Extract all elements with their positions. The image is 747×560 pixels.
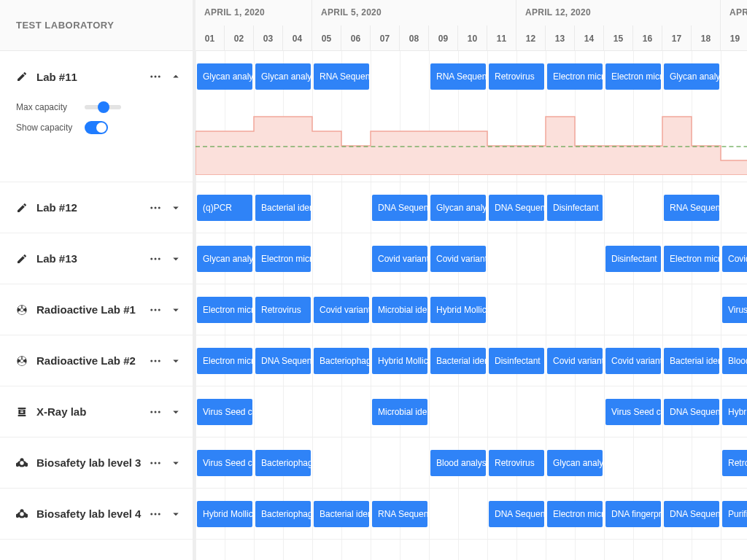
event[interactable]: RNA Sequencing — [372, 501, 427, 527]
event[interactable]: Glycan analysis — [255, 63, 311, 90]
month-header: APRIL 5, 2020 — [312, 0, 516, 26]
event[interactable]: Virus — [722, 297, 747, 323]
event[interactable]: Glycan analysis — [197, 246, 252, 272]
more-icon[interactable] — [149, 303, 162, 316]
event[interactable]: Bacteriophage — [314, 348, 369, 374]
event[interactable]: Disinfectant — [547, 195, 603, 221]
day-header: 09 — [429, 26, 458, 51]
chevron-down-icon[interactable] — [169, 252, 182, 265]
event[interactable]: Glycan analysis — [197, 63, 252, 90]
day-header: 18 — [692, 26, 721, 51]
event[interactable]: Electron microscopy — [197, 348, 252, 374]
lab-row: Lab #11Max capacityShow capacity — [0, 51, 193, 182]
day-header: 15 — [604, 26, 633, 51]
event[interactable]: Virus Seed culture — [605, 399, 661, 425]
show-capacity-toggle[interactable] — [85, 121, 108, 134]
max-capacity-slider[interactable] — [85, 105, 121, 109]
event[interactable]: RNA Sequencing — [314, 63, 369, 90]
more-icon[interactable] — [149, 70, 162, 83]
event[interactable]: Bacterial identification — [255, 195, 311, 221]
event[interactable]: Electron microscopy — [605, 63, 661, 90]
chevron-down-icon[interactable] — [169, 405, 182, 419]
event[interactable]: Covid — [722, 246, 747, 272]
chevron-up-icon[interactable] — [169, 70, 182, 83]
sidebar-title: TEST LABORATORY — [0, 0, 193, 51]
threshold-line — [196, 146, 747, 147]
event[interactable]: Disinfectant — [489, 348, 544, 374]
event[interactable]: Electron microscopy — [547, 501, 603, 527]
event[interactable]: DNA Sequencing — [664, 501, 719, 527]
timeline-row: Virus Seed cultureBacteriophageBlood ana… — [196, 438, 747, 489]
event[interactable]: DNA fingerprint — [605, 501, 661, 527]
event[interactable]: Disinfectant — [605, 246, 661, 272]
event[interactable]: Hybrid — [722, 399, 747, 425]
month-header: APRIL 19, 2020 — [721, 0, 747, 26]
event[interactable]: Electron microscopy — [197, 297, 252, 323]
day-header: 08 — [400, 26, 429, 51]
lab-name: X-Ray lab — [36, 405, 149, 418]
event[interactable]: DNA Sequencing — [664, 399, 719, 425]
more-icon[interactable] — [149, 354, 162, 368]
event[interactable]: Covid variant — [605, 348, 661, 374]
event[interactable]: Retrovirus — [489, 450, 544, 476]
event[interactable]: Bacteriophage — [255, 450, 311, 476]
event[interactable]: Purification — [722, 501, 747, 527]
radioactive-icon — [16, 355, 28, 367]
event[interactable]: Blood analysis — [430, 450, 486, 476]
chevron-down-icon[interactable] — [169, 354, 182, 368]
lab-row: Lab #12 — [0, 182, 193, 233]
event[interactable]: Microbial identification — [372, 297, 427, 323]
more-icon[interactable] — [149, 252, 162, 265]
event[interactable]: DNA Sequencing — [255, 348, 311, 374]
event[interactable]: Retrovirus — [722, 450, 747, 476]
day-header: 13 — [546, 26, 575, 51]
event[interactable]: Retrovirus — [255, 297, 311, 323]
event[interactable]: Covid variant — [314, 297, 369, 323]
chevron-down-icon[interactable] — [169, 303, 182, 316]
lab-name: Radioactive Lab #1 — [36, 303, 149, 316]
event[interactable]: Electron microscopy — [664, 246, 719, 272]
event[interactable]: Bacteriophage — [255, 501, 311, 527]
max-capacity-label: Max capacity — [16, 102, 74, 112]
lab-name: Biosafety lab level 4 — [36, 508, 149, 520]
timeline-row: Electron microscopyDNA SequencingBacteri… — [196, 335, 747, 386]
event[interactable]: Covid variant — [372, 246, 427, 272]
event[interactable]: Blood — [722, 348, 747, 374]
event[interactable]: Glycan analysis — [547, 450, 603, 476]
event[interactable]: Glycan analysis — [664, 63, 719, 90]
event[interactable]: Glycan analysis — [430, 195, 486, 221]
more-icon[interactable] — [149, 201, 162, 214]
event[interactable]: DNA Sequencing — [489, 501, 544, 527]
event[interactable]: Electron microscopy — [547, 63, 603, 90]
event[interactable]: Hybrid Mollicutes — [430, 297, 486, 323]
event[interactable]: Covid variant — [547, 348, 603, 374]
xray-icon — [16, 406, 28, 418]
event[interactable]: Virus Seed culture — [197, 450, 252, 476]
event[interactable]: Retrovirus — [489, 63, 544, 90]
lab-row: Lab #13 — [0, 233, 193, 284]
event[interactable]: Hybrid Mollicutes — [372, 348, 427, 374]
event[interactable]: DNA Sequencing — [489, 195, 544, 221]
more-icon[interactable] — [149, 456, 162, 470]
event[interactable]: (q)PCR — [197, 195, 252, 221]
event[interactable]: Electron microscopy — [255, 246, 311, 272]
event[interactable]: Bacterial identification — [314, 501, 369, 527]
more-icon[interactable] — [149, 508, 162, 521]
event[interactable]: RNA Sequencing — [430, 63, 486, 90]
event[interactable]: Microbial identification — [372, 399, 427, 425]
chevron-down-icon[interactable] — [169, 508, 182, 521]
pencil-icon — [16, 202, 28, 214]
more-icon[interactable] — [149, 405, 162, 419]
event[interactable]: Bacterial identification — [430, 348, 486, 374]
event[interactable]: Bacterial identification — [664, 348, 719, 374]
event[interactable]: Virus Seed culture — [197, 399, 252, 425]
chevron-down-icon[interactable] — [169, 456, 182, 470]
event[interactable]: RNA Sequencing — [664, 195, 719, 221]
chevron-down-icon[interactable] — [169, 201, 182, 214]
event[interactable]: DNA Sequencing — [372, 195, 427, 221]
month-header: APRIL 1, 2020 — [196, 0, 312, 26]
event[interactable]: Hybrid Mollicutes — [197, 501, 252, 527]
timeline-row: Hybrid MollicutesBacteriophageBacterial … — [196, 489, 747, 540]
event[interactable]: Covid variant — [430, 246, 486, 272]
day-header: 19 — [721, 26, 747, 51]
